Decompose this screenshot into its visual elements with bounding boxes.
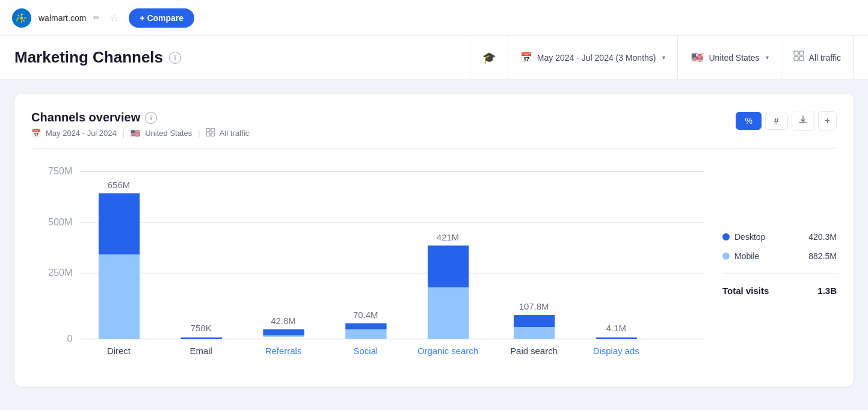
legend-mobile: Mobile 882.5M: [722, 251, 837, 261]
total-visits-row: Total visits 1.3B: [722, 286, 837, 296]
desktop-dot: [722, 233, 730, 240]
svg-rect-11: [794, 57, 798, 61]
svg-text:Direct: Direct: [107, 346, 131, 356]
traffic-label: All traffic: [809, 53, 841, 63]
card-subtitle: 📅 May 2024 - Jul 2024 | 🇺🇸 United States…: [31, 128, 249, 138]
hash-button[interactable]: #: [765, 112, 788, 130]
subtitle-flag: 🇺🇸: [131, 129, 140, 138]
card-title-text: Channels overview: [31, 111, 140, 124]
svg-text:Organic search: Organic search: [417, 346, 478, 356]
mobile-label: Mobile: [734, 251, 759, 261]
country-selector[interactable]: 🇺🇸 United States ▾: [678, 36, 781, 79]
date-chevron-icon: ▾: [662, 54, 665, 61]
header-bar: Marketing Channels i 🎓 📅 May 2024 - Jul …: [0, 36, 868, 79]
svg-text:Email: Email: [190, 346, 212, 356]
edit-icon[interactable]: ✏: [93, 13, 100, 22]
svg-rect-15: [206, 133, 210, 136]
date-range-label: May 2024 - Jul 2024 (3 Months): [537, 53, 656, 63]
legend-area: Desktop 420.3M Mobile 882.5M Total visit…: [704, 158, 837, 370]
svg-text:421M: 421M: [437, 233, 459, 242]
percent-button[interactable]: %: [736, 112, 761, 130]
country-flag: 🇺🇸: [690, 50, 704, 65]
svg-text:0: 0: [67, 333, 72, 344]
svg-rect-16: [211, 133, 215, 136]
bar-direct-desktop: [99, 193, 140, 254]
subtitle-country: United States: [145, 129, 192, 138]
svg-text:107.8M: 107.8M: [519, 302, 549, 311]
svg-text:Social: Social: [353, 346, 378, 356]
svg-text:Paid search: Paid search: [510, 346, 558, 356]
svg-rect-12: [799, 57, 804, 61]
svg-text:656M: 656M: [108, 180, 130, 190]
grad-cap-icon: 🎓: [482, 51, 496, 64]
plus-button[interactable]: +: [818, 111, 837, 130]
bar-display-desktop: [596, 337, 637, 338]
svg-text:42.8M: 42.8M: [271, 316, 295, 326]
svg-rect-13: [206, 129, 210, 132]
svg-text:Display ads: Display ads: [593, 346, 639, 356]
mobile-dot: [722, 252, 730, 260]
bar-organic-desktop: [428, 245, 469, 287]
star-icon[interactable]: ☆: [109, 11, 119, 25]
bar-social-mobile: [345, 329, 386, 339]
svg-text:250M: 250M: [48, 267, 72, 278]
card-divider: [31, 148, 837, 148]
card-info-icon[interactable]: i: [145, 112, 157, 124]
svg-text:750M: 750M: [48, 165, 72, 176]
page-title: Marketing Channels: [14, 48, 163, 67]
svg-rect-2: [21, 20, 22, 23]
svg-text:758K: 758K: [191, 323, 212, 333]
download-button[interactable]: [792, 111, 814, 131]
bar-social-desktop: [345, 323, 386, 329]
subtitle-date: May 2024 - Jul 2024: [46, 129, 117, 138]
card-controls: % # +: [736, 111, 837, 131]
mobile-value: 882.5M: [808, 251, 837, 261]
bar-organic-mobile: [428, 287, 469, 339]
legend-divider: [722, 273, 837, 274]
svg-point-0: [20, 16, 23, 19]
svg-rect-6: [22, 19, 25, 22]
desktop-label: Desktop: [734, 232, 765, 242]
svg-rect-14: [211, 129, 215, 132]
bar-chart: 750M 500M 250M 0 656M Direct: [31, 158, 704, 367]
svg-text:4.1M: 4.1M: [606, 323, 626, 333]
bar-email-desktop: [181, 337, 222, 338]
traffic-selector[interactable]: All traffic: [781, 36, 854, 79]
legend-desktop: Desktop 420.3M: [722, 232, 837, 242]
learn-button[interactable]: 🎓: [470, 36, 508, 79]
date-range-selector[interactable]: 📅 May 2024 - Jul 2024 (3 Months) ▾: [508, 36, 678, 79]
bar-referrals-desktop: [263, 329, 304, 335]
header-controls: 🎓 📅 May 2024 - Jul 2024 (3 Months) ▾ 🇺🇸 …: [470, 36, 854, 79]
page-title-info-icon[interactable]: i: [169, 52, 181, 64]
channels-overview-card: Channels overview i 📅 May 2024 - Jul 202…: [14, 94, 854, 387]
bar-paid-mobile: [514, 327, 555, 339]
subtitle-calendar-icon: 📅: [31, 129, 41, 138]
compare-button[interactable]: + Compare: [129, 8, 194, 28]
calendar-icon: 📅: [520, 52, 532, 63]
page-title-area: Marketing Channels i: [14, 48, 470, 67]
svg-rect-8: [16, 19, 18, 21]
top-bar: walmart.com ✏ ☆ + Compare: [0, 0, 868, 36]
desktop-value: 420.3M: [808, 232, 837, 242]
svg-rect-9: [794, 51, 798, 55]
country-chevron-icon: ▾: [766, 54, 769, 61]
bar-direct-mobile: [99, 254, 140, 338]
country-label: United States: [709, 53, 760, 63]
svg-rect-3: [17, 17, 19, 19]
subtitle-traffic-icon: [206, 128, 215, 138]
chart-area: 750M 500M 250M 0 656M Direct: [31, 158, 837, 370]
svg-text:70.4M: 70.4M: [353, 310, 378, 320]
card-title-section: Channels overview i 📅 May 2024 - Jul 202…: [31, 111, 249, 138]
svg-rect-5: [17, 14, 20, 17]
chart-container: 750M 500M 250M 0 656M Direct: [31, 158, 704, 370]
svg-text:Referrals: Referrals: [265, 346, 301, 356]
card-title-row: Channels overview i: [31, 111, 249, 124]
walmart-logo: [12, 8, 31, 28]
card-header: Channels overview i 📅 May 2024 - Jul 202…: [31, 111, 837, 138]
svg-rect-10: [799, 51, 804, 55]
bar-paid-desktop: [514, 315, 555, 327]
svg-text:500M: 500M: [48, 216, 72, 227]
svg-rect-4: [24, 17, 26, 19]
total-visits-label: Total visits: [722, 286, 769, 296]
main-content: Channels overview i 📅 May 2024 - Jul 202…: [0, 79, 868, 401]
